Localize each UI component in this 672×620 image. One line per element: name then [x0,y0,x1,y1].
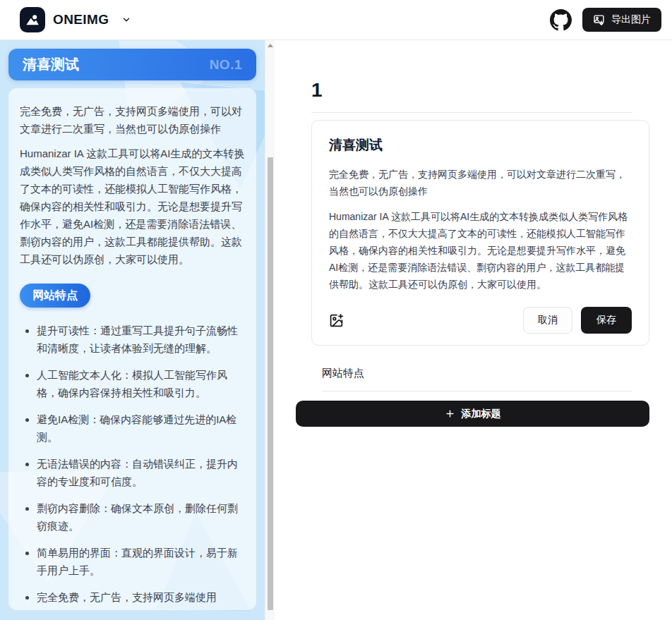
plus-icon [445,408,455,419]
preview-content-card: 完全免费，无广告，支持网页多端使用，可以对文章进行二次重写，当然也可以伪原创操作… [8,88,256,610]
feature-item: 简单易用的界面：直观的界面设计，易于新手用户上手。 [37,544,245,579]
brand-name: ONEIMG [53,12,109,28]
preview-title: 清喜测试 [23,55,79,74]
export-image-icon [593,14,605,26]
cancel-button[interactable]: 取消 [523,307,572,334]
scroll-up-arrow-icon[interactable] [268,44,273,47]
preview-intro-paragraph: 完全免费，无广告，支持网页多端使用，可以对文章进行二次重写，当然也可以伪原创操作 [20,102,245,138]
card-intro-paragraph[interactable]: 完全免费，无广告，支持网页多端使用，可以对文章进行二次重写，当然也可以伪原创操作 [329,166,632,200]
section-divider [311,112,632,113]
card-description-paragraph[interactable]: Humanizar IA 这款工具可以将AI生成的文本转换成类似人类写作风格的自… [329,208,632,293]
feature-item: 完全免费，无广告，支持网页多端使用 [37,588,245,606]
brand-menu[interactable]: ONEIMG [20,7,131,32]
oneimg-logo-icon [20,7,45,32]
feature-item: 避免IA检测：确保内容能够通过先进的IA检测。 [37,411,245,446]
feature-list: 提升可读性：通过重写工具提升句子流畅性和清晰度，让读者体验到无缝的理解。 人工智… [20,322,245,606]
feature-item: 人工智能文本人化：模拟人工智能写作风格，确保内容保持相关性和吸引力。 [37,366,245,401]
card-footer: 取消 保存 [329,307,632,334]
preview-title-card: 清喜测试 NO.1 [8,49,256,80]
chevron-down-icon [121,15,131,25]
header-actions: 导出图片 [550,8,661,32]
preview-description-paragraph: Humanizar IA 这款工具可以将AI生成的文本转换成类似人类写作风格的自… [20,145,245,268]
top-header: ONEIMG 导出图片 [0,0,672,40]
add-title-button[interactable]: 添加标题 [296,401,649,427]
feature-item: 无语法错误的内容：自动错误纠正，提升内容的专业度和可信度。 [37,455,245,490]
next-section-title[interactable]: 网站特点 [322,367,649,380]
content-row: 清喜测试 NO.1 完全免费，无广告，支持网页多端使用，可以对文章进行二次重写，… [0,40,672,620]
add-image-icon[interactable] [329,313,344,328]
export-image-button[interactable]: 导出图片 [582,8,661,32]
rank-badge: NO.1 [210,57,242,73]
scrollbar-thumb[interactable] [268,157,273,610]
sidebar-scrollbar[interactable] [265,40,275,620]
add-title-label: 添加标题 [462,408,501,420]
section-number-heading: 1 [311,80,649,101]
feature-item: 剽窃内容删除：确保文本原创，删除任何剽窃痕迹。 [37,499,245,535]
next-section-divider [322,391,632,391]
github-icon[interactable] [550,9,572,31]
editor-panel: 1 清喜测试 完全免费，无广告，支持网页多端使用，可以对文章进行二次重写，当然也… [275,40,672,620]
section-edit-card: 清喜测试 完全免费，无广告，支持网页多端使用，可以对文章进行二次重写，当然也可以… [311,120,649,346]
preview-panel: 清喜测试 NO.1 完全免费，无广告，支持网页多端使用，可以对文章进行二次重写，… [0,40,265,620]
features-section-badge: 网站特点 [20,284,90,308]
save-button[interactable]: 保存 [581,307,632,334]
feature-item: 提升可读性：通过重写工具提升句子流畅性和清晰度，让读者体验到无缝的理解。 [37,322,245,357]
card-title[interactable]: 清喜测试 [329,136,632,154]
export-image-label: 导出图片 [611,13,651,26]
